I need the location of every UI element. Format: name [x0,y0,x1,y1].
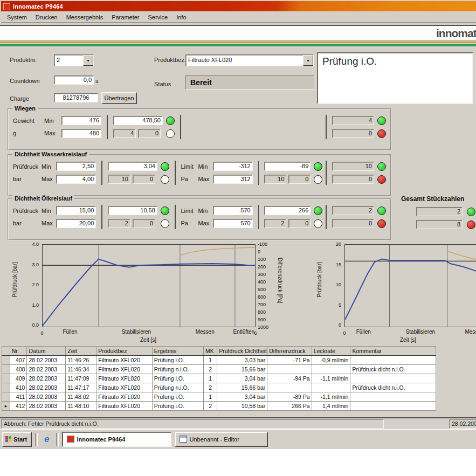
led-ok [166,116,175,125]
table-row[interactable]: ▸41228.02.200311:48:10Filtrauto XFL020Pr… [2,402,436,411]
limit-label: Limit [181,163,195,170]
chart-wasserkreislauf: Prüfdruck [bar] 4.03.02.01.00.0 -1000100… [3,243,303,345]
column-header[interactable]: Ergebnis [152,347,203,356]
table-row[interactable]: 40828.02.200311:46:34Filtrauto XFL020Prü… [2,365,436,374]
plot-area [42,244,256,327]
actual-value-field: 10,58 [108,206,157,215]
y-axis-ticks-right: -10001002003004005006007008009001000 [258,242,274,330]
row-selector[interactable] [2,356,10,365]
status-date: 28.02.2003 [449,419,476,429]
column-header[interactable]: Kommentar [350,347,436,356]
column-header[interactable]: Differenzdruck [267,347,312,356]
taskbar-task-editor[interactable]: Unbenannt - Editor [175,432,268,447]
column-header[interactable]: Datum [27,347,66,356]
column-header[interactable]: Zeit [66,347,96,356]
led-good-count [377,162,386,171]
menu-item-service[interactable]: Service [144,13,172,22]
menu-item-info[interactable]: Info [173,13,190,22]
table-cell: -71 Pa [267,356,312,365]
table-cell: Filtrauto XFL020 [96,374,153,383]
led-bad-count [377,129,386,138]
menu-item-drucken[interactable]: Drucken [32,13,61,22]
table-cell: Prüfung i.O. [152,402,203,411]
tick-label: 0 [343,330,346,336]
good-count-field: 2 [332,206,374,215]
phase-label: Messen [465,329,476,335]
led-bad-count [377,219,386,228]
min-label: Min [42,163,53,170]
counter-field: 2 [264,219,286,228]
row-selector[interactable] [2,392,10,402]
produktbez-value: Filtrauto XFL020 [186,55,303,66]
result-message-box: Prüfung i.O. [317,52,473,104]
produktbez-combo[interactable]: Filtrauto XFL020 ▼ [185,54,314,66]
min-label: Min [198,208,210,214]
max-label: Max [42,220,53,226]
start-button[interactable]: Start [2,432,32,447]
table-cell [350,356,436,365]
column-header[interactable]: Produktbez [96,347,153,356]
good-count-field: 10 [332,162,374,171]
titlebar[interactable]: innomatec P9464 [1,1,476,11]
table-row[interactable]: 41028.02.200311:47:17Filtrauto XFL020Prü… [2,383,436,392]
menu-item-system[interactable]: System [3,13,31,22]
countdown-field[interactable]: 0,0 [54,75,94,85]
table-cell: 11:48:02 [66,392,96,402]
row-selector[interactable] [2,374,10,383]
uebertragen-button[interactable]: Übertragen [101,92,137,104]
menu-item-parameter[interactable]: Parameter [108,13,143,22]
y-axis-label: Prüfdruck [bar] [12,262,18,298]
max-field[interactable]: 4,00 [56,175,96,184]
column-header[interactable]: Leckrate [312,347,350,356]
internet-explorer-icon[interactable]: e [41,434,52,445]
limit-max-field[interactable]: 570 [213,219,253,228]
table-cell: 412 [10,402,27,411]
produktnr-value: 2 [54,55,83,66]
row-selector[interactable] [2,383,10,392]
limit-min-field[interactable]: -570 [213,206,253,215]
green-stripe [0,44,476,46]
row-selector[interactable]: ▸ [2,402,10,411]
max-field[interactable]: 480 [61,129,101,138]
actual-value-field: 3,04 [108,162,157,171]
min-field[interactable]: 2,50 [56,162,96,171]
row-selector[interactable] [2,365,10,374]
limit-label: Limit [181,208,195,214]
limit-min-field[interactable]: -312 [213,162,253,171]
table-cell: Prüfung i.O. [152,356,203,365]
table-row[interactable]: 40928.02.200311:47:09Filtrauto XFL020Prü… [2,374,436,383]
charge-field[interactable]: 81278796 [54,93,98,102]
max-field[interactable]: 20,00 [56,219,96,228]
chevron-down-icon[interactable]: ▼ [83,55,93,66]
table-cell [312,365,350,374]
led-ok [161,206,169,215]
limit-max-field[interactable]: 312 [213,175,253,184]
produktnr-combo[interactable]: 2 ▼ [54,54,94,66]
column-header[interactable]: Prüfdruck Dichtheit [217,347,267,356]
result-message: Prüfung i.O. [322,56,377,67]
results-table[interactable]: Nr.DatumZeitProduktbezErgebnisMKPrüfdruc… [2,346,436,411]
min-field[interactable]: 476 [61,116,101,125]
table-row[interactable]: 40728.02.200311:46:26Filtrauto XFL020Prü… [2,356,436,365]
column-header[interactable]: MK [203,347,217,356]
row-selector-header [2,347,10,356]
innomatec-logo: innomatec [436,27,476,40]
table-row[interactable]: 41128.02.200311:48:02Filtrauto XFL020Prü… [2,392,436,402]
menu-item-messergebnis[interactable]: Messergebnis [63,13,107,22]
min-field[interactable]: 15,00 [56,206,96,215]
taskbar: Start e innomatec P9464 Unbenannt - Edit… [0,429,476,449]
max-label: Max [42,176,53,182]
app-window-icon [67,436,74,443]
produktbez-label: Produktbez. [154,57,186,63]
x-axis-label: Zeit [s] [42,337,254,343]
column-header[interactable]: Nr. [10,347,27,356]
group-title: Wiegen [12,105,38,112]
led-nok-off [166,129,175,138]
taskbar-task-innomatec[interactable]: innomatec P9464 [62,432,171,447]
phase-label: Füllen [356,329,371,335]
x-axis-phases: FüllenStabilisierenMessenEntlüften06 [42,329,254,336]
chevron-down-icon[interactable]: ▼ [303,55,313,66]
divider [258,205,259,229]
tick-label: 2.0 [32,282,39,287]
tick-label: 1000 [258,325,274,330]
